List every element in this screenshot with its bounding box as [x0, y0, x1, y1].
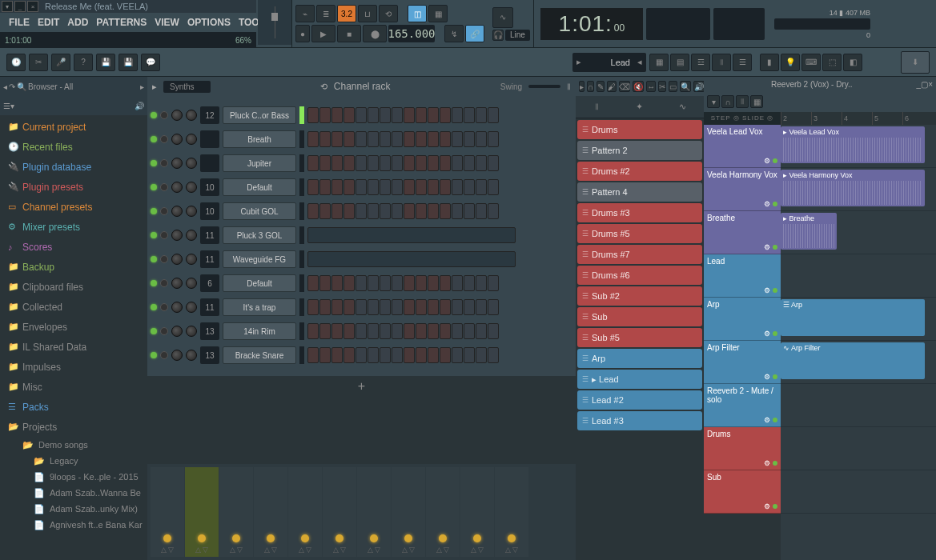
channel-led[interactable] — [151, 352, 157, 358]
wait-icon[interactable]: ⊔ — [358, 5, 377, 22]
menu-patterns[interactable]: PATTERNS — [92, 15, 151, 30]
channel-name-button[interactable]: Default — [223, 274, 296, 292]
step-button[interactable] — [356, 179, 367, 195]
browser-fwd-icon[interactable]: ↷ — [9, 82, 15, 91]
step-button[interactable] — [452, 131, 463, 147]
browser-tree[interactable]: 📁Current project🕑Recent files🔌Plugin dat… — [0, 115, 147, 560]
step-button[interactable] — [404, 299, 415, 315]
step-button[interactable] — [404, 107, 415, 123]
browser-item[interactable]: 📁IL Shared Data — [2, 337, 146, 357]
step-button[interactable] — [331, 275, 343, 291]
channel-vol[interactable] — [186, 134, 197, 145]
mixer-view-icon[interactable]: ⫴ — [712, 54, 731, 71]
track-lane[interactable]: ☰ Arp — [781, 298, 936, 341]
step-button[interactable] — [416, 299, 427, 315]
step-button[interactable] — [356, 155, 367, 171]
channel-group-dropdown[interactable]: Synths — [163, 81, 211, 93]
track-header[interactable]: Arp⚙ — [704, 298, 781, 341]
step-button[interactable] — [392, 107, 403, 123]
step-button[interactable] — [392, 203, 403, 219]
step-button[interactable] — [319, 323, 331, 339]
browser-item[interactable]: ♪Scores — [2, 237, 146, 257]
channel-mute[interactable] — [160, 231, 168, 239]
undo-history-icon[interactable]: 🕑 — [6, 54, 26, 71]
channel-mixer-track[interactable]: 12 — [200, 106, 219, 124]
step-button[interactable] — [404, 203, 415, 219]
pattern-item[interactable]: ☰Drums #7 — [577, 245, 702, 264]
step-button[interactable] — [392, 299, 403, 315]
channel-name-button[interactable]: Bracke Snare — [223, 346, 296, 364]
step-button[interactable] — [368, 347, 379, 363]
play-button[interactable]: ▶ — [311, 25, 335, 42]
track-lane[interactable]: ▸ Veela Lead Vox — [781, 125, 936, 168]
browser-item[interactable]: 📁Backup — [2, 257, 146, 277]
track-content[interactable]: ▸ Veela Lead Vox▸ Veela Harmony Vox▸ Bre… — [781, 125, 936, 560]
step-button[interactable] — [476, 275, 487, 291]
step-button[interactable] — [404, 131, 415, 147]
mixer-track[interactable]: △ ▽ — [323, 467, 356, 557]
step-button[interactable] — [404, 155, 415, 171]
step-button[interactable] — [331, 107, 343, 123]
picker-magnet-icon[interactable]: ∩ — [587, 81, 594, 92]
minimize-icon[interactable]: _ — [14, 1, 26, 12]
step-button[interactable] — [356, 347, 367, 363]
step-button[interactable] — [319, 347, 331, 363]
channel-vol[interactable] — [186, 230, 197, 241]
track-lane[interactable] — [781, 384, 936, 427]
step-button[interactable] — [343, 107, 355, 123]
channel-mute[interactable] — [160, 207, 168, 215]
track-header[interactable]: Sub⚙ — [704, 470, 781, 514]
countdown-icon[interactable]: ⟲ — [379, 5, 398, 22]
step-button[interactable] — [428, 155, 439, 171]
step-button[interactable] — [307, 155, 319, 171]
midi-icon[interactable]: 🎧 — [492, 30, 504, 41]
step-button[interactable] — [464, 131, 475, 147]
track-header[interactable]: Breathe⚙ — [704, 211, 781, 254]
info-icon[interactable]: 💬 — [141, 54, 160, 71]
channel-name-button[interactable]: Cubit GOL — [223, 202, 296, 220]
step-button[interactable] — [404, 179, 415, 195]
browser-search-icon[interactable]: 🔍 — [17, 82, 26, 91]
channel-select[interactable] — [299, 250, 304, 268]
step-button[interactable] — [464, 179, 475, 195]
channel-select[interactable] — [299, 298, 304, 316]
pattern-item[interactable]: ☰Arp — [577, 349, 702, 368]
step-button[interactable] — [404, 347, 415, 363]
channel-vol[interactable] — [186, 326, 197, 337]
pattern-item[interactable]: ☰Lead #3 — [577, 411, 702, 430]
channel-led[interactable] — [151, 208, 157, 214]
step-button[interactable] — [319, 299, 331, 315]
step-button[interactable] — [440, 203, 451, 219]
step-button[interactable] — [428, 299, 439, 315]
pl-close-icon[interactable]: × — [928, 80, 933, 89]
step-button[interactable] — [307, 107, 319, 123]
channel-led[interactable] — [151, 160, 157, 166]
step-button[interactable] — [380, 155, 391, 171]
channel-mixer-track[interactable]: 11 — [200, 250, 219, 268]
step-button[interactable] — [392, 323, 403, 339]
channel-mute[interactable] — [160, 135, 168, 143]
step-button[interactable] — [319, 131, 331, 147]
step-button[interactable] — [488, 179, 499, 195]
track-lane[interactable]: ∿ Arp Filter — [781, 341, 936, 384]
step-button[interactable] — [488, 347, 499, 363]
step-button[interactable] — [452, 203, 463, 219]
channel-pan[interactable] — [171, 134, 183, 145]
mixer-track[interactable]: △ ▽ — [151, 467, 184, 557]
step-button[interactable] — [476, 131, 487, 147]
step-button[interactable] — [440, 299, 451, 315]
playlist-clip[interactable]: ▸ Veela Harmony Vox — [781, 170, 925, 206]
step-button[interactable] — [343, 347, 355, 363]
step-button[interactable] — [428, 323, 439, 339]
channel-select[interactable] — [299, 322, 304, 340]
mic-icon[interactable]: 🎤 — [51, 54, 70, 71]
step-button[interactable] — [343, 299, 355, 315]
mixer-track[interactable]: △ ▽ — [495, 467, 528, 557]
step-button[interactable] — [307, 131, 319, 147]
menu-options[interactable]: OPTIONS — [183, 15, 235, 30]
tab-audio-icon[interactable]: ✦ — [628, 99, 652, 115]
blend-icon[interactable]: ◫ — [408, 5, 427, 22]
step-button[interactable] — [392, 179, 403, 195]
mixer-track[interactable]: △ ▽ — [219, 467, 253, 557]
pl-piano-icon[interactable]: ⦀ — [736, 95, 749, 108]
